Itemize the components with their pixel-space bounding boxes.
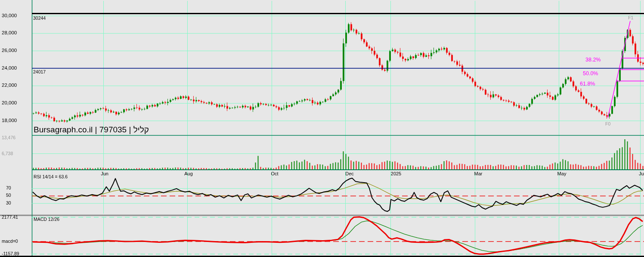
- price-axis-label: 24,000: [2, 66, 17, 71]
- fibonacci-f0-label: F0: [605, 122, 610, 126]
- price-axis-label: 26,000: [2, 48, 17, 53]
- rsi-panel-title: RSI 14/14 = 63.6: [34, 174, 68, 179]
- time-axis-label: Oct: [271, 171, 278, 176]
- price-axis-label: 20,000: [2, 101, 17, 106]
- macd-axis-label: macd=0: [2, 239, 18, 244]
- time-axis-label: Jul: [639, 171, 644, 176]
- price-axis-label: 18,000: [2, 118, 17, 123]
- macd-panel-title: MACD 12/26: [34, 217, 59, 222]
- time-axis-label: May: [557, 171, 567, 176]
- price-axis-label: 22,000: [2, 83, 17, 88]
- high-line-label: 30244: [33, 16, 46, 21]
- fibonacci-level-label: 38.2%: [585, 57, 601, 63]
- price-axis-label: 30,000: [2, 13, 17, 18]
- time-axis-label: Mar: [474, 171, 483, 176]
- fibonacci-level-label: 61.8%: [580, 81, 595, 87]
- bursagraph-chart-window: Bursagraph.co.il | 797035 | קליל 30244 2…: [0, 0, 644, 257]
- rsi-axis-label: 50: [6, 193, 11, 198]
- last-price-line-label: 24017: [33, 70, 46, 74]
- time-axis-label: Jun: [101, 171, 108, 176]
- time-axis-label: 2025: [391, 171, 401, 176]
- fibonacci-level-label: 50.0%: [583, 71, 598, 76]
- macd-axis-label: -1157.89: [2, 251, 19, 256]
- price-axis-label: 28,000: [2, 31, 17, 36]
- rsi-axis-label: 70: [6, 186, 11, 190]
- time-axis-label: Aug: [184, 171, 193, 176]
- fibonacci-f1-label: F1: [628, 15, 633, 20]
- macd-axis-label: 2177.41: [2, 215, 18, 220]
- volume-axis-label: 6,738: [2, 151, 13, 156]
- time-axis-label: Dec: [345, 171, 354, 176]
- volume-axis-label: 13,476: [2, 135, 15, 140]
- rsi-axis-label: 30: [6, 201, 11, 205]
- watermark: Bursagraph.co.il | 797035 | קליל: [34, 125, 149, 134]
